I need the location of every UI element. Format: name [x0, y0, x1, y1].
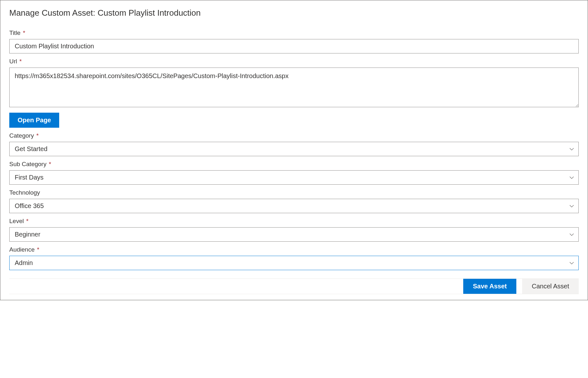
chevron-down-icon	[569, 147, 574, 151]
subcategory-field-group: Sub Category * First Days	[9, 161, 579, 185]
category-label-text: Category	[9, 132, 34, 139]
level-label-text: Level	[9, 218, 24, 224]
technology-selected: Office 365	[15, 202, 44, 210]
open-page-button[interactable]: Open Page	[9, 113, 59, 128]
action-button-row: Save Asset Cancel Asset	[9, 278, 579, 294]
page-title: Manage Custom Asset: Custom Playlist Int…	[9, 8, 579, 18]
technology-dropdown[interactable]: Office 365	[9, 199, 579, 213]
required-mark: *	[26, 218, 28, 224]
title-field-group: Title *	[9, 29, 579, 53]
chevron-down-icon	[569, 232, 574, 237]
required-mark: *	[37, 246, 39, 253]
chevron-down-icon	[569, 175, 574, 180]
subcategory-dropdown[interactable]: First Days	[9, 170, 579, 185]
audience-field-group: Audience * Admin	[9, 246, 579, 270]
chevron-down-icon	[569, 204, 574, 208]
level-label: Level *	[9, 218, 579, 225]
level-field-group: Level * Beginner	[9, 218, 579, 242]
subcategory-selected: First Days	[15, 174, 44, 181]
technology-label-text: Technology	[9, 189, 40, 196]
subcategory-label-text: Sub Category	[9, 161, 46, 167]
category-label: Category *	[9, 132, 579, 139]
required-mark: *	[49, 161, 51, 167]
level-selected: Beginner	[15, 231, 40, 238]
required-mark: *	[23, 29, 25, 36]
audience-selected: Admin	[15, 259, 33, 267]
url-field-group: Url *	[9, 58, 579, 109]
technology-field-group: Technology Office 365	[9, 189, 579, 213]
save-asset-button[interactable]: Save Asset	[463, 279, 516, 294]
level-dropdown[interactable]: Beginner	[9, 227, 579, 242]
url-input[interactable]	[9, 68, 579, 107]
required-mark: *	[36, 132, 38, 139]
cancel-asset-button[interactable]: Cancel Asset	[522, 279, 579, 294]
audience-label: Audience *	[9, 246, 579, 253]
category-selected: Get Started	[15, 145, 47, 153]
url-label: Url *	[9, 58, 579, 65]
url-label-text: Url	[9, 58, 17, 65]
audience-label-text: Audience	[9, 246, 35, 253]
chevron-down-icon	[569, 261, 574, 265]
required-mark: *	[20, 58, 22, 65]
title-input[interactable]	[9, 39, 579, 53]
title-label: Title *	[9, 29, 579, 36]
audience-dropdown[interactable]: Admin	[9, 256, 579, 270]
subcategory-label: Sub Category *	[9, 161, 579, 168]
technology-label: Technology	[9, 189, 579, 196]
category-dropdown[interactable]: Get Started	[9, 142, 579, 156]
title-label-text: Title	[9, 29, 20, 36]
manage-asset-panel: Manage Custom Asset: Custom Playlist Int…	[0, 0, 588, 300]
category-field-group: Category * Get Started	[9, 132, 579, 156]
